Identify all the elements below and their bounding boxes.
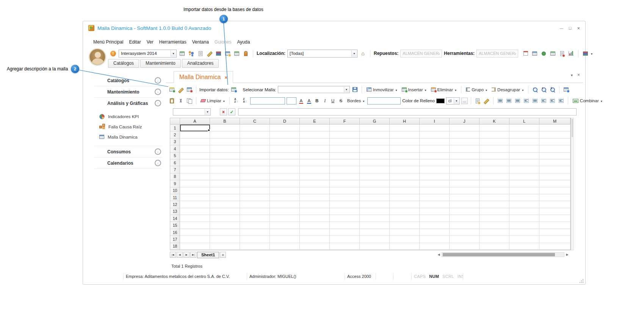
add-sheet-icon[interactable]: + [220, 252, 226, 258]
cell-C1[interactable] [240, 125, 270, 131]
cell-K12[interactable] [479, 201, 509, 208]
cell-C13[interactable] [240, 208, 270, 215]
cell-I17[interactable] [420, 236, 450, 243]
cell-E3[interactable] [300, 139, 330, 145]
cell-A1[interactable] [180, 125, 210, 131]
cell-J8[interactable] [450, 173, 479, 180]
grid-icon[interactable] [233, 50, 240, 57]
column-header-D[interactable]: D [270, 118, 300, 125]
menu-menu-principal[interactable]: Menú Principal [93, 39, 123, 45]
cell-G18[interactable] [360, 243, 390, 250]
bordes-button[interactable]: Bordes [346, 98, 366, 103]
chevron-down-circle-icon[interactable] [155, 77, 161, 84]
combinar-button[interactable]: Combinar [571, 98, 604, 103]
notes-icon[interactable] [558, 50, 566, 57]
cell-B13[interactable] [210, 208, 240, 215]
cell-B6[interactable] [210, 159, 240, 166]
cell-G4[interactable] [360, 145, 390, 152]
cell-F11[interactable] [330, 194, 360, 201]
row-header-14[interactable]: 14 [170, 215, 180, 222]
align-middle-icon[interactable] [505, 97, 512, 104]
cell-C16[interactable] [240, 229, 270, 236]
menu-herramientas[interactable]: Herramientas [159, 39, 186, 45]
column-header-M[interactable]: M [539, 118, 570, 125]
row-header-3[interactable]: 3 [170, 139, 180, 145]
cell-I13[interactable] [420, 208, 450, 215]
row-header-17[interactable]: 17 [170, 236, 180, 243]
vertical-scrollbar[interactable] [571, 118, 574, 250]
cell-H16[interactable] [390, 229, 420, 236]
cell-J2[interactable] [450, 131, 479, 138]
cell-I2[interactable] [420, 131, 450, 138]
sort-descending-icon[interactable] [241, 97, 249, 104]
cell-A9[interactable] [180, 180, 210, 187]
alert-icon[interactable] [110, 50, 117, 57]
cell-L16[interactable] [509, 229, 539, 236]
row-header-18[interactable]: 18 [170, 243, 180, 250]
cell-M15[interactable] [539, 222, 570, 229]
scroll-left-icon[interactable] [436, 252, 441, 257]
cell-J10[interactable] [450, 187, 479, 194]
row-header-15[interactable]: 15 [170, 222, 180, 229]
cell-E14[interactable] [300, 215, 330, 222]
comment-icon[interactable] [474, 97, 481, 104]
cell-A8[interactable] [180, 173, 210, 180]
chart-icon[interactable] [567, 50, 575, 57]
underline-button[interactable]: U [330, 98, 336, 104]
cell-I18[interactable] [420, 243, 450, 250]
catalog-books-icon[interactable] [215, 50, 222, 57]
menu-editar[interactable]: Editar [129, 39, 141, 45]
home-icon[interactable] [359, 50, 367, 57]
cell-L9[interactable] [509, 180, 539, 187]
cell-B7[interactable] [210, 166, 240, 173]
cancel-entry-icon[interactable]: × [220, 108, 227, 115]
cell-C2[interactable] [240, 131, 270, 138]
search-input[interactable] [250, 97, 285, 104]
cell-K14[interactable] [479, 215, 509, 222]
cell-F15[interactable] [330, 222, 360, 229]
column-header-A[interactable]: A [180, 118, 210, 125]
save-icon[interactable] [351, 86, 359, 93]
cell-E17[interactable] [300, 236, 330, 243]
confirm-entry-icon[interactable]: ✓ [228, 108, 235, 115]
worksheet-edit-icon[interactable] [224, 50, 231, 57]
indent-decrease-icon[interactable] [549, 97, 556, 104]
modules-grid-icon[interactable] [531, 50, 538, 57]
cell-J17[interactable] [450, 236, 479, 243]
cell-B11[interactable] [210, 194, 240, 201]
row-header-6[interactable]: 6 [170, 159, 180, 166]
cell-I8[interactable] [420, 173, 450, 180]
cell-H5[interactable] [390, 153, 420, 159]
chevron-down-circle-icon[interactable] [155, 148, 161, 155]
cell-B8[interactable] [210, 173, 240, 180]
exit-door-icon[interactable] [242, 50, 249, 57]
cell-C7[interactable] [240, 166, 270, 173]
row-header-12[interactable]: 12 [170, 201, 180, 208]
cell-H10[interactable] [390, 187, 420, 194]
cell-L8[interactable] [509, 173, 539, 180]
limpiar-button[interactable]: Limpiar [199, 98, 226, 103]
services-gear-icon[interactable] [540, 50, 547, 57]
cell-C4[interactable] [240, 145, 270, 152]
cell-F7[interactable] [330, 166, 360, 173]
company-combo[interactable]: Interasystem 2014 [119, 50, 177, 58]
document-icon[interactable] [197, 50, 204, 57]
cell-B9[interactable] [210, 180, 240, 187]
cell-M2[interactable] [539, 131, 570, 138]
sidebar-section-mantenimiento[interactable]: Mantenimiento [94, 86, 162, 98]
indent-increase-icon[interactable] [558, 97, 565, 104]
grupo-button[interactable]: Grupo [464, 87, 489, 92]
cell-L2[interactable] [509, 131, 539, 138]
scrollbar-thumb[interactable] [443, 253, 555, 256]
cell-K16[interactable] [479, 229, 509, 236]
cell-J3[interactable] [450, 139, 479, 145]
zoom-100-icon[interactable] [549, 86, 556, 93]
cell-D8[interactable] [270, 173, 300, 180]
cell-C14[interactable] [240, 215, 270, 222]
cell-L7[interactable] [509, 166, 539, 173]
importar-datos-icon[interactable] [230, 86, 237, 93]
tab-analizadores[interactable]: Analizadores [182, 59, 219, 68]
copy-icon[interactable] [186, 97, 193, 104]
reports-book-icon[interactable] [582, 50, 589, 57]
cell-K10[interactable] [479, 187, 509, 194]
